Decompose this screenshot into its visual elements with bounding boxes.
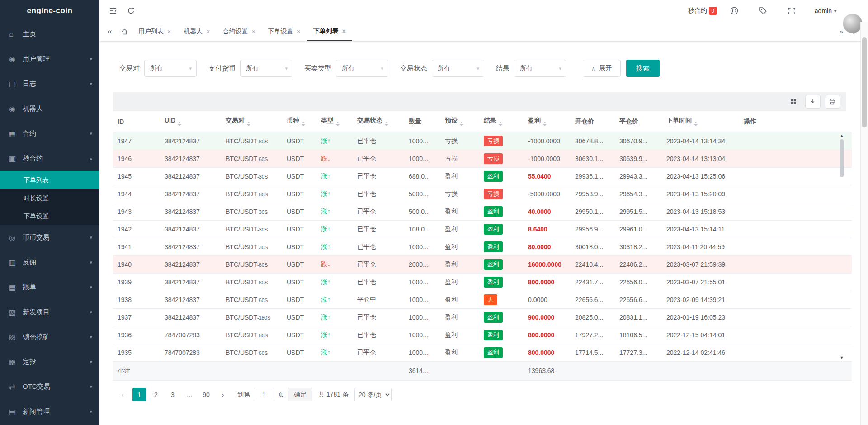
column-header-交易对[interactable]: 交易对 [221,111,282,132]
sort-icon[interactable] [385,122,388,126]
tab[interactable]: 下单设置× [262,22,307,41]
sort-icon[interactable] [336,122,340,126]
sidebar-item-seconds[interactable]: ▣秒合约▴ [0,146,99,171]
close-icon[interactable]: × [251,28,255,35]
table-row: 19453842124837BTC/USDT-30SUSDT涨↑已平仓688.0… [113,167,852,185]
sidebar-subitem[interactable]: 下单列表 [0,171,99,189]
sidebar-item-otc[interactable]: ⇄OTC交易▾ [0,374,99,399]
sidebar-item-lock[interactable]: ▨锁仓挖矿▾ [0,325,99,349]
pagination: ‹ 123...90 › 到第 页 确定 共 1781 条 20 条/页 [116,388,846,410]
page-button[interactable]: 1 [132,388,146,401]
sidebar-item-newproj[interactable]: ▧新发项目▾ [0,300,99,325]
fullscreen-icon[interactable] [786,5,798,17]
sidebar-item-user[interactable]: ◉用户管理▾ [0,47,99,71]
table-scrollbar[interactable]: ▲ ▼ [838,133,845,361]
column-header-盈利[interactable]: 盈利 [524,111,571,132]
column-header-交易状态[interactable]: 交易状态 [353,111,404,132]
sidebar-item-log[interactable]: ▤日志▾ [0,71,99,96]
tab[interactable]: 合约设置× [216,22,261,41]
filter-select[interactable]: 所有▾ [514,60,566,77]
sidebar-item-follow[interactable]: ▤跟单▾ [0,275,99,300]
cell-status: 已平仓 [353,326,404,344]
filter-select[interactable]: 所有▾ [336,60,388,77]
cell-uid: 3842124837 [160,220,221,238]
orders-table: IDUID交易对币种类型交易状态数量预设结果盈利开仓价平仓价下单时间操作 194… [113,111,852,381]
page-button[interactable]: 2 [149,388,163,401]
next-page-button[interactable]: › [216,388,230,401]
sidebar-item-robot[interactable]: ◉机器人 [0,96,99,121]
news-icon: ▤ [9,407,23,416]
filter-select[interactable]: 所有▾ [240,60,292,77]
sidebar-item-contract[interactable]: ▦合约▾ [0,121,99,146]
tabs-scroll-right-icon[interactable]: » [840,28,843,35]
column-header-结果[interactable]: 结果 [479,111,524,132]
cell-uid: 3842124837 [160,308,221,326]
page-scroll-thumb[interactable] [862,37,867,128]
close-icon[interactable]: × [206,28,210,35]
sidebar-item-rebate[interactable]: ▥反佣▾ [0,250,99,275]
sidebar-item-news[interactable]: ▤新闻管理▾ [0,399,99,424]
close-icon[interactable]: × [342,28,346,35]
cell-profit: 55.0400 [524,167,571,185]
seconds-contract-shortcut[interactable]: 秒合约 0 [688,7,717,15]
sort-icon[interactable] [247,122,250,126]
sidebar-subitem[interactable]: 下单设置 [0,207,99,225]
tab-label: 下单列表 [313,27,339,35]
chevron-down-icon: ▾ [285,66,288,71]
page-jump-input[interactable] [254,388,274,401]
column-header-下单时间[interactable]: 下单时间 [662,111,739,132]
page-scrollbar[interactable] [860,22,868,425]
page-button[interactable]: 90 [199,388,213,401]
column-header-UID[interactable]: UID [160,111,221,132]
collapse-filters-button[interactable]: ∧ 展开 [583,60,621,77]
sidebar-item-invest[interactable]: ▩定投▾ [0,349,99,374]
newproj-icon: ▧ [9,308,23,316]
sort-icon[interactable] [543,122,547,126]
chevron-down-icon: ▾ [381,66,383,71]
sort-icon[interactable] [302,122,305,126]
export-button[interactable] [805,95,821,109]
tag-icon[interactable] [757,5,769,17]
sidebar-item-label: 币币交易 [23,233,86,242]
support-icon[interactable] [728,5,741,17]
scroll-up-icon[interactable]: ▲ [840,134,844,138]
sidebar-toggle-icon[interactable] [107,5,119,17]
chevron-down-icon: ▾ [90,131,92,137]
page-button[interactable]: 3 [166,388,179,401]
sort-icon[interactable] [178,122,181,126]
print-button[interactable] [825,95,840,109]
sidebar-item-home[interactable]: ⌂主页 [0,22,99,47]
sort-icon[interactable] [460,122,463,126]
sidebar-item-coin[interactable]: ◎币币交易▾ [0,225,99,250]
search-button[interactable]: 搜索 [626,60,660,77]
column-header-类型[interactable]: 类型 [316,111,353,132]
scroll-thumb[interactable] [840,139,844,177]
filter-select[interactable]: 所有▾ [144,60,197,77]
sidebar-subitem[interactable]: 时长设置 [0,189,99,207]
cell-id: 1945 [113,167,160,185]
density-button[interactable] [786,95,801,109]
close-icon[interactable]: × [167,28,171,35]
cell-result: 盈利 [479,326,524,344]
tab[interactable]: 下单列表× [307,22,352,41]
user-menu[interactable]: admin ▾ [815,7,836,14]
cell-operations [739,132,786,150]
sort-icon[interactable] [694,122,698,126]
home-tab-icon[interactable] [117,28,132,35]
subtotal-cell: 13963.68 [524,361,571,380]
filter-select[interactable]: 所有▾ [432,60,484,77]
tab[interactable]: 用户列表× [132,22,177,41]
jump-confirm-button[interactable]: 确定 [288,388,312,401]
tabs-scroll-left-icon[interactable]: « [103,27,117,36]
refresh-icon[interactable] [125,5,137,17]
prev-page-button[interactable]: ‹ [116,388,129,401]
cell-order-time: 2023-03-07 21:59:39 [662,255,739,273]
column-header-预设[interactable]: 预设 [440,111,479,132]
scroll-down-icon[interactable]: ▼ [840,356,844,360]
page-size-select[interactable]: 20 条/页 [354,388,392,401]
avatar[interactable] [843,14,863,33]
sort-icon[interactable] [499,122,502,126]
column-header-币种[interactable]: 币种 [282,111,316,132]
close-icon[interactable]: × [297,28,301,35]
tab[interactable]: 机器人× [177,22,216,41]
